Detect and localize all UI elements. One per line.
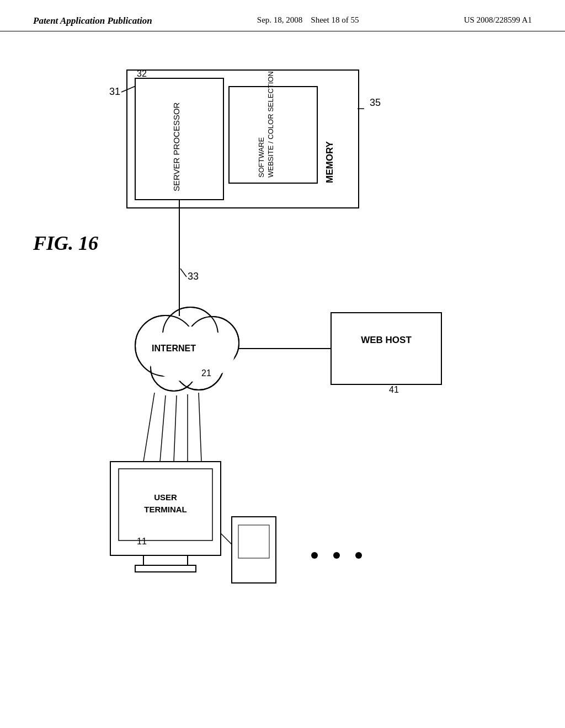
user-terminal-label: USER: [154, 493, 177, 502]
publication-title: Patent Application Publication: [33, 15, 152, 26]
dot2: [333, 552, 340, 559]
ref-35-label: 35: [370, 97, 381, 108]
memory-label: MEMORY: [324, 141, 335, 183]
server-processor-label: SERVER PROCESSOR: [172, 102, 181, 191]
ref-41-label: 41: [389, 385, 399, 394]
publication-date: Sep. 18, 2008: [257, 15, 303, 24]
user-terminal-label2: TERMINAL: [144, 505, 187, 514]
svg-line-26: [143, 393, 154, 462]
website-software-label: WEBSITE / COLOR SELECTION: [266, 71, 275, 178]
main-diagram-svg: 31 35 SERVER PROCESSOR 32 WEBSITE / COLO…: [55, 65, 508, 726]
svg-line-28: [174, 395, 177, 462]
ref-11-label: 11: [137, 537, 147, 546]
svg-line-27: [160, 395, 166, 462]
sheet-info: Sheet 18 of 55: [311, 15, 359, 24]
software-label2: SOFTWARE: [257, 137, 265, 178]
ref-32-label: 32: [137, 69, 147, 78]
diagram-area: 31 35 SERVER PROCESSOR 32 WEBSITE / COLO…: [0, 31, 565, 715]
dot1: [311, 552, 318, 559]
ref-31-label: 31: [109, 86, 120, 97]
patent-number: US 2008/228599 A1: [464, 15, 532, 25]
svg-rect-36: [238, 525, 269, 558]
ref-33-label: 33: [188, 271, 199, 282]
internet-label: INTERNET: [152, 344, 196, 353]
dot3: [355, 552, 362, 559]
page-header: Patent Application Publication Sep. 18, …: [0, 0, 565, 31]
header-date-sheet: Sep. 18, 2008 Sheet 18 of 55: [257, 15, 359, 25]
internet-cloud: INTERNET 21: [135, 307, 239, 391]
svg-rect-24: [331, 313, 441, 384]
svg-rect-34: [135, 565, 196, 572]
svg-point-22: [146, 326, 234, 382]
svg-line-6: [180, 269, 186, 277]
svg-line-30: [199, 393, 201, 462]
web-host-label: WEB HOST: [361, 335, 412, 345]
ref-21-label: 21: [201, 368, 211, 378]
svg-line-37: [221, 533, 232, 544]
